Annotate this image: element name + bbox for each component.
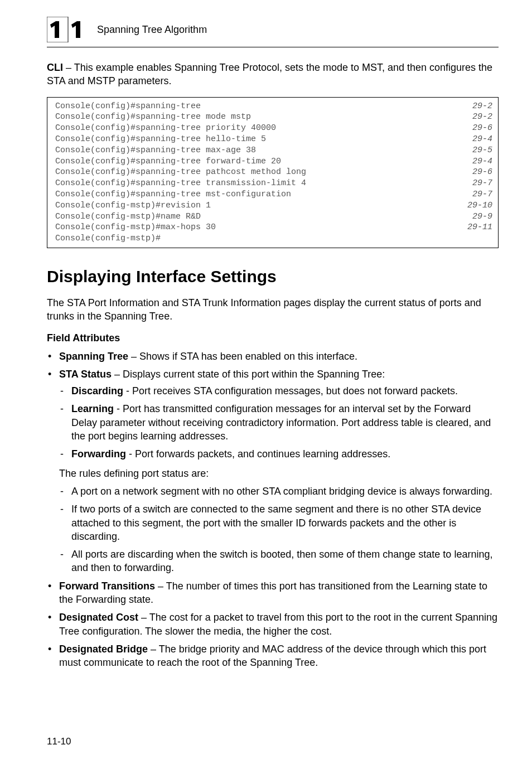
code-line: Console(config)#spanning-tree hello-time… [55, 134, 492, 145]
code-listing-box: Console(config)#spanning-tree29-2 Consol… [47, 97, 499, 248]
list-item: Designated Cost – The cost for a packet … [47, 611, 499, 638]
attr-desc: – Shows if STA has been enabled on this … [128, 351, 357, 362]
rule-text: If two ports of a switch are connected t… [71, 504, 481, 542]
cli-intro-paragraph: CLI – This example enables Spanning Tree… [47, 61, 499, 88]
code-ref: 29-11 [453, 222, 492, 233]
code-cmd: Console(config)#spanning-tree priority 4… [55, 123, 453, 134]
page-number: 11-10 [47, 736, 71, 747]
list-item: If two ports of a switch are connected t… [59, 502, 499, 543]
list-item: Forwarding - Port forwards packets, and … [59, 447, 499, 461]
code-ref: 29-9 [453, 211, 492, 222]
code-line: Console(config-mstp)#name R&D29-9 [55, 211, 492, 222]
code-ref: 29-5 [453, 145, 492, 156]
sub-attr-name: Learning [71, 403, 114, 414]
code-cmd: Console(config)#spanning-tree pathcost m… [55, 167, 453, 178]
page-container: Spanning Tree Algorithm CLI – This examp… [0, 0, 532, 774]
code-ref: 29-2 [453, 112, 492, 123]
rules-sublist: A port on a network segment with no othe… [59, 485, 499, 575]
section-heading: Displaying Interface Settings [47, 267, 499, 286]
code-ref: 29-2 [453, 101, 492, 112]
code-ref: 29-7 [453, 178, 492, 189]
sub-attr-name: Discarding [71, 385, 123, 396]
code-line: Console(config)#spanning-tree forward-ti… [55, 156, 492, 167]
code-ref: 29-6 [453, 167, 492, 178]
list-item: Discarding - Port receives STA configura… [59, 384, 499, 398]
code-cmd: Console(config-mstp)#max-hops 30 [55, 222, 453, 233]
code-line: Console(config)#spanning-tree mode mstp2… [55, 112, 492, 123]
sub-attr-name: Forwarding [71, 448, 126, 459]
code-ref: 29-6 [453, 123, 492, 134]
code-line: Console(config)#spanning-tree mst-config… [55, 189, 492, 200]
list-item: Forward Transitions – The number of time… [47, 579, 499, 607]
code-cmd: Console(config-mstp)# [55, 233, 453, 244]
code-line: Console(config-mstp)#revision 129-10 [55, 200, 492, 211]
attributes-list: Spanning Tree – Shows if STA has been en… [47, 350, 499, 670]
code-cmd: Console(config-mstp)#revision 1 [55, 200, 453, 211]
header-divider [47, 47, 499, 47]
rule-text: A port on a network segment with no othe… [71, 486, 492, 497]
code-cmd: Console(config)#spanning-tree forward-ti… [55, 156, 453, 167]
cli-label: CLI [47, 62, 63, 73]
field-attributes-label: Field Attributes [47, 332, 499, 344]
attr-name: Forward Transitions [59, 580, 155, 592]
status-sublist: Discarding - Port receives STA configura… [59, 384, 499, 461]
list-item: A port on a network segment with no othe… [59, 485, 499, 498]
section-intro: The STA Port Information and STA Trunk I… [47, 296, 499, 323]
list-item: All ports are discarding when the switch… [59, 548, 499, 575]
code-cmd: Console(config)#spanning-tree transmissi… [55, 178, 453, 189]
code-ref [453, 233, 492, 244]
cli-intro-text: – This example enables Spanning Tree Pro… [47, 62, 492, 86]
code-ref: 29-4 [453, 134, 492, 145]
rules-intro: The rules defining port status are: [59, 467, 499, 480]
code-line: Console(config)#spanning-tree max-age 38… [55, 145, 492, 156]
code-cmd: Console(config-mstp)#name R&D [55, 211, 453, 222]
code-cmd: Console(config)#spanning-tree [55, 101, 453, 112]
code-cmd: Console(config)#spanning-tree mst-config… [55, 189, 453, 200]
list-item: STA Status – Displays current state of t… [47, 367, 499, 575]
attr-name: STA Status [59, 369, 112, 380]
rule-text: All ports are discarding when the switch… [71, 549, 492, 573]
list-item: Designated Bridge – The bridge priority … [47, 642, 499, 670]
attr-name: Designated Cost [59, 612, 138, 623]
code-cmd: Console(config)#spanning-tree mode mstp [55, 112, 453, 123]
sub-attr-desc: - Port receives STA configuration messag… [123, 385, 458, 396]
page-header: Spanning Tree Algorithm [47, 17, 499, 42]
chapter-number-icon [47, 17, 90, 42]
code-ref: 29-4 [453, 156, 492, 167]
code-cmd: Console(config)#spanning-tree hello-time… [55, 134, 453, 145]
attr-name: Spanning Tree [59, 351, 128, 362]
list-item: Learning - Port has transmitted configur… [59, 402, 499, 443]
code-ref: 29-10 [453, 200, 492, 211]
code-cmd: Console(config)#spanning-tree max-age 38 [55, 145, 453, 156]
code-line: Console(config)#spanning-tree transmissi… [55, 178, 492, 189]
list-item: Spanning Tree – Shows if STA has been en… [47, 350, 499, 363]
code-line: Console(config-mstp)# [55, 233, 492, 244]
attr-name: Designated Bridge [59, 644, 148, 655]
code-line: Console(config)#spanning-tree29-2 [55, 101, 492, 112]
attr-desc: – Displays current state of this port wi… [112, 369, 385, 380]
code-line: Console(config)#spanning-tree priority 4… [55, 123, 492, 134]
sub-attr-desc: - Port forwards packets, and continues l… [126, 448, 390, 459]
code-ref: 29-7 [453, 189, 492, 200]
sub-attr-desc: - Port has transmitted configuration mes… [71, 403, 491, 442]
code-line: Console(config-mstp)#max-hops 3029-11 [55, 222, 492, 233]
header-title: Spanning Tree Algorithm [96, 24, 207, 36]
code-line: Console(config)#spanning-tree pathcost m… [55, 167, 492, 178]
